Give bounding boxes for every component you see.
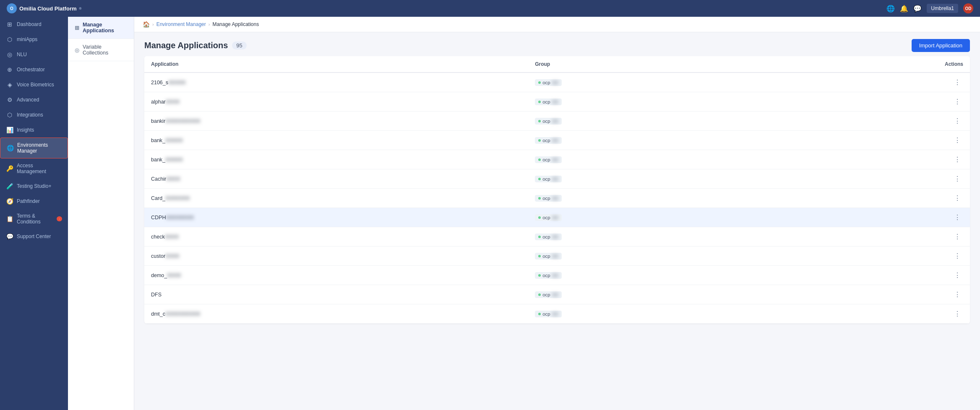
app-name-cell: 2106_sXXXXX: [144, 73, 528, 92]
sidebar-icon-environments-manager: 🌐: [6, 145, 14, 151]
group-dot: [538, 255, 541, 257]
table-body: 2106_sXXXXX ocpXX ⋮ alpharXXXX ocpXX: [144, 73, 970, 324]
sidebar-item-dashboard[interactable]: ⊞ Dashboard: [0, 17, 68, 32]
row-more-button[interactable]: ⋮: [951, 290, 963, 299]
sub-nav-icon-manage-applications: ⊞: [75, 25, 79, 31]
top-nav: O Omilia Cloud Platform® 🌐 🔔 💬 Umbrella1…: [0, 0, 980, 17]
app-name-cell: demo_XXXX: [144, 266, 528, 285]
table-row: DFS ocpXX ⋮: [144, 285, 970, 304]
group-cell: ocpXX: [528, 73, 774, 92]
group-cell: ocpXX: [528, 247, 774, 266]
sidebar-label-support-center: Support Center: [17, 234, 62, 239]
group-dot: [538, 313, 541, 315]
sidebar-icon-advanced: ⚙: [6, 96, 13, 103]
actions-cell: ⋮: [774, 189, 970, 208]
group-cell: ocpXX: [528, 266, 774, 285]
sub-nav-item-manage-applications[interactable]: ⊞ Manage Applications: [68, 17, 134, 39]
group-dot: [538, 178, 541, 180]
sidebar-item-integrations[interactable]: ⬡ Integrations: [0, 107, 68, 122]
sidebar-item-terms-conditions[interactable]: 📋 Terms & Conditions ·: [0, 209, 68, 229]
username-label: Umbrella1: [931, 5, 954, 11]
sidebar-item-advanced[interactable]: ⚙ Advanced: [0, 92, 68, 107]
app-name-cell: bank_XXXXX: [144, 150, 528, 169]
sidebar-label-insights: Insights: [17, 127, 62, 133]
sub-nav-item-variable-collections[interactable]: ◎ Variable Collections: [68, 39, 134, 61]
table-row: bankirXXXXXXXXXX ocpXX ⋮: [144, 112, 970, 131]
table-row: alpharXXXX ocpXX ⋮: [144, 92, 970, 112]
breadcrumb-env-manager[interactable]: Environment Manager: [156, 21, 206, 27]
row-more-button[interactable]: ⋮: [951, 174, 963, 184]
sidebar-item-miniapps[interactable]: ⬡ miniApps: [0, 32, 68, 47]
user-dropdown[interactable]: Umbrella1: [927, 4, 958, 13]
group-dot: [538, 293, 541, 296]
row-more-button[interactable]: ⋮: [951, 135, 963, 145]
actions-cell: ⋮: [774, 92, 970, 112]
sidebar-item-testing-studio[interactable]: 🧪 Testing Studio+: [0, 179, 68, 194]
sidebar-label-orchestrator: Orchestrator: [17, 67, 62, 73]
table-row: checkXXXX ocpXX ⋮: [144, 227, 970, 247]
group-cell: ocpXX: [528, 92, 774, 112]
sidebar-item-voice-biometrics[interactable]: ◈ Voice Biometrics: [0, 77, 68, 92]
col-group: Group: [528, 56, 774, 73]
table-row: CachirXXXX ocpXX ⋮: [144, 169, 970, 189]
sidebar-label-dashboard: Dashboard: [17, 21, 62, 27]
sidebar-item-insights[interactable]: 📊 Insights: [0, 122, 68, 138]
app-name-cell: DFS: [144, 285, 528, 304]
sidebar-icon-testing-studio: 🧪: [6, 183, 13, 189]
actions-cell: ⋮: [774, 169, 970, 189]
sidebar-icon-support-center: 💬: [6, 233, 13, 240]
group-cell: ocpXX: [528, 112, 774, 131]
row-more-button[interactable]: ⋮: [951, 270, 963, 280]
row-more-button[interactable]: ⋮: [951, 251, 963, 261]
import-application-button[interactable]: Import Application: [912, 39, 970, 52]
count-badge: 95: [232, 42, 246, 49]
sidebar-item-orchestrator[interactable]: ⊕ Orchestrator: [0, 62, 68, 77]
app-name-cell: bankirXXXXXXXXXX: [144, 112, 528, 131]
page-header: Manage Applications 95 Import Applicatio…: [134, 32, 980, 56]
page-title-area: Manage Applications 95: [144, 41, 247, 50]
actions-cell: ⋮: [774, 247, 970, 266]
sidebar-item-access-management[interactable]: 🔑 Access Management: [0, 158, 68, 179]
sidebar-icon-pathfinder: 🧭: [6, 198, 13, 205]
home-icon[interactable]: 🏠: [143, 21, 150, 28]
row-more-button[interactable]: ⋮: [951, 213, 963, 222]
row-more-button[interactable]: ⋮: [951, 97, 963, 106]
breadcrumb: 🏠 › Environment Manager › Manage Applica…: [134, 17, 980, 32]
row-more-button[interactable]: ⋮: [951, 78, 963, 87]
sidebar-item-nlu[interactable]: ◎ NLU: [0, 47, 68, 62]
app-name: Omilia Cloud Platform: [19, 5, 77, 12]
breadcrumb-sep-2: ›: [209, 22, 210, 27]
bell-icon-btn[interactable]: 🔔: [900, 5, 908, 13]
table-container: Application Group Actions 2106_sXXXXX oc…: [134, 56, 980, 410]
group-dot: [538, 197, 541, 200]
group-cell: ocpXX: [528, 208, 774, 227]
row-more-button[interactable]: ⋮: [951, 116, 963, 126]
group-cell: ocpXX: [528, 227, 774, 247]
row-more-button[interactable]: ⋮: [951, 155, 963, 164]
table-row: custorXXXX ocpXX ⋮: [144, 247, 970, 266]
app-logo[interactable]: O Omilia Cloud Platform®: [7, 3, 81, 13]
globe-icon-btn[interactable]: 🌐: [886, 5, 895, 13]
sub-nav-label-variable-collections: Variable Collections: [83, 44, 127, 56]
sidebar-label-access-management: Access Management: [17, 163, 62, 174]
row-more-button[interactable]: ⋮: [951, 232, 963, 241]
app-name-cell: custorXXXX: [144, 247, 528, 266]
row-more-button[interactable]: ⋮: [951, 193, 963, 203]
sidebar-item-environments-manager[interactable]: 🌐 Environments Manager: [0, 138, 68, 158]
sidebar-label-nlu: NLU: [17, 52, 62, 57]
sidebar-icon-dashboard: ⊞: [6, 21, 13, 28]
sidebar-item-pathfinder[interactable]: 🧭 Pathfinder: [0, 194, 68, 209]
sidebar-icon-miniapps: ⬡: [6, 36, 13, 43]
group-dot: [538, 216, 541, 219]
sidebar-label-terms-conditions: Terms & Conditions: [17, 213, 53, 225]
breadcrumb-current: Manage Applications: [212, 21, 259, 27]
group-dot: [538, 81, 541, 84]
sidebar-item-support-center[interactable]: 💬 Support Center: [0, 229, 68, 244]
row-more-button[interactable]: ⋮: [951, 309, 963, 319]
chat-icon-btn[interactable]: 💬: [913, 5, 922, 13]
table-row: bank_XXXXX ocpXX ⋮: [144, 150, 970, 169]
group-dot: [538, 120, 541, 122]
sidebar: ⊞ Dashboard ⬡ miniApps ◎ NLU ⊕ Orchestra…: [0, 17, 68, 410]
actions-cell: ⋮: [774, 131, 970, 150]
sidebar-label-advanced: Advanced: [17, 97, 62, 103]
